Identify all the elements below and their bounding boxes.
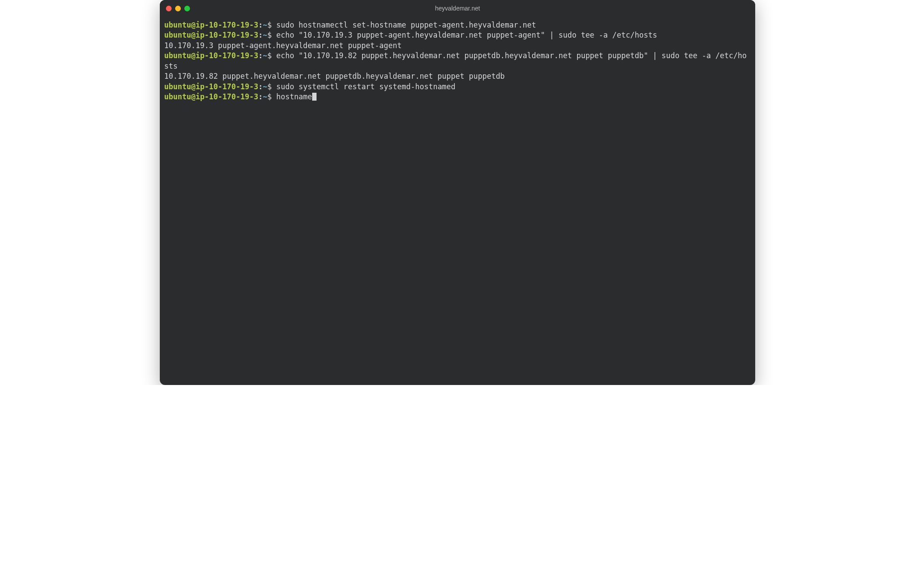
prompt-user-host: ubuntu@ip-10-170-19-3 [164, 82, 258, 91]
command-line: ubuntu@ip-10-170-19-3:~$ hostname [164, 92, 751, 102]
output-text: 10.170.19.82 puppet.heyvaldemar.net pupp… [164, 72, 505, 80]
output-line: 10.170.19.3 puppet-agent.heyvaldemar.net… [164, 41, 751, 51]
prompt-user-host: ubuntu@ip-10-170-19-3 [164, 31, 258, 39]
title-bar[interactable]: heyvaldemar.net [160, 0, 755, 17]
command-line: ubuntu@ip-10-170-19-3:~$ sudo systemctl … [164, 82, 751, 92]
command-line: ubuntu@ip-10-170-19-3:~$ echo "10.170.19… [164, 51, 751, 71]
command-text: sudo hostnamectl set-hostname puppet-age… [276, 21, 536, 29]
traffic-lights [166, 6, 190, 11]
prompt-user-host: ubuntu@ip-10-170-19-3 [164, 21, 258, 29]
prompt-user-host: ubuntu@ip-10-170-19-3 [164, 51, 258, 60]
prompt-user-host: ubuntu@ip-10-170-19-3 [164, 92, 258, 101]
prompt-path: ~ [263, 82, 267, 91]
prompt-path: ~ [263, 21, 267, 29]
close-icon[interactable] [166, 6, 172, 11]
prompt-symbol: $ [267, 82, 276, 91]
prompt-separator: : [258, 31, 263, 39]
command-line: ubuntu@ip-10-170-19-3:~$ sudo hostnamect… [164, 20, 751, 30]
minimize-icon[interactable] [175, 6, 181, 11]
prompt-path: ~ [263, 92, 267, 101]
prompt-separator: : [258, 51, 263, 60]
prompt-symbol: $ [267, 31, 276, 39]
command-text: hostname [276, 92, 312, 101]
terminal-window: heyvaldemar.net ubuntu@ip-10-170-19-3:~$… [160, 0, 755, 385]
prompt-symbol: $ [267, 21, 276, 29]
prompt-symbol: $ [267, 92, 276, 101]
maximize-icon[interactable] [184, 6, 190, 11]
prompt-symbol: $ [267, 51, 276, 60]
prompt-separator: : [258, 92, 263, 101]
cursor-icon [312, 93, 317, 101]
prompt-path: ~ [263, 51, 267, 60]
output-line: 10.170.19.82 puppet.heyvaldemar.net pupp… [164, 71, 751, 81]
command-line: ubuntu@ip-10-170-19-3:~$ echo "10.170.19… [164, 30, 751, 40]
prompt-separator: : [258, 82, 263, 91]
prompt-separator: : [258, 21, 263, 29]
terminal-body[interactable]: ubuntu@ip-10-170-19-3:~$ sudo hostnamect… [160, 17, 755, 385]
command-text: sudo systemctl restart systemd-hostnamed [276, 82, 455, 91]
prompt-path: ~ [263, 31, 267, 39]
output-text: 10.170.19.3 puppet-agent.heyvaldemar.net… [164, 41, 401, 50]
window-title: heyvaldemar.net [160, 5, 755, 12]
command-text: echo "10.170.19.3 puppet-agent.heyvaldem… [276, 31, 657, 39]
